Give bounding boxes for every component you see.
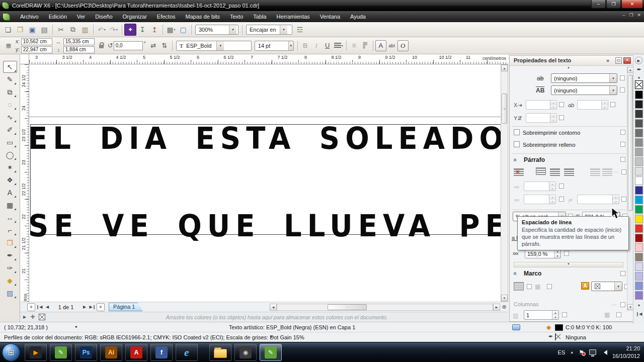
fill-bucket-icon[interactable]: ◆ xyxy=(546,324,551,331)
new-document-button[interactable]: ❏ xyxy=(2,24,14,36)
taskbar-illustrator[interactable]: Ai xyxy=(100,344,122,361)
bulleted-list-button[interactable]: ≣ xyxy=(349,40,360,51)
paste-button[interactable]: ▥ xyxy=(79,24,91,36)
color-swatch[interactable] xyxy=(635,205,643,214)
object-height-input[interactable]: 1,884 cm xyxy=(63,46,95,53)
language-indicator[interactable]: ES xyxy=(558,349,566,355)
pin-icon[interactable]: ✚ xyxy=(30,314,35,320)
mirror-horizontal-button[interactable]: ⇄ xyxy=(148,40,159,51)
basic-shapes-tool[interactable]: ❖ xyxy=(3,174,17,186)
vertical-scrollbar[interactable]: ▲ ≡ ▼ xyxy=(501,64,508,302)
taskbar-coreldraw[interactable]: ✎ xyxy=(50,344,72,361)
doc-close-button[interactable]: ✕ xyxy=(637,13,641,18)
color-swatch[interactable] xyxy=(635,100,643,109)
ellipse-tool[interactable]: ◯ xyxy=(3,149,17,161)
undo-button[interactable]: ↶▾ xyxy=(96,24,108,36)
chevron-down-icon[interactable]: ▼ xyxy=(229,25,236,34)
strikethrough-dropdown[interactable]: (ninguno) ▼ xyxy=(551,73,617,83)
menu-archivo[interactable]: Archivo xyxy=(15,12,44,21)
next-page-button[interactable]: ▶ xyxy=(80,303,89,311)
drop-cap-button[interactable]: ▛ xyxy=(360,40,371,51)
collapse-frame-icon[interactable]: « xyxy=(512,272,519,276)
volume-icon[interactable] xyxy=(601,350,607,355)
menu-diseño[interactable]: Diseño xyxy=(90,12,117,21)
corel-logo-icon[interactable] xyxy=(3,13,10,21)
char-angle-checkbox[interactable] xyxy=(610,102,615,107)
connector-tool[interactable]: ⌐ xyxy=(3,224,17,236)
taskbar-acrobat[interactable]: A xyxy=(125,344,147,361)
char-y-shift-spinner[interactable]: ▲▼ xyxy=(526,113,557,123)
copy-button[interactable]: ⧉ xyxy=(67,24,79,36)
interactive-fill-tool[interactable]: ▨ xyxy=(3,287,17,299)
menu-mapas-de-bits[interactable]: Mapas de bits xyxy=(181,12,225,21)
color-swatch[interactable] xyxy=(635,291,643,300)
chevron-down-icon[interactable]: ▼ xyxy=(288,41,293,50)
section-expand-button[interactable]: ▼ xyxy=(514,262,623,267)
print-document-button[interactable]: ▤ xyxy=(38,24,50,36)
justify-force-button[interactable] xyxy=(602,168,612,176)
snap-options-button[interactable]: ☲ xyxy=(294,24,306,36)
frame-color-dropdown[interactable]: ▼ xyxy=(591,282,622,291)
frame-section-checkbox[interactable] xyxy=(620,271,625,276)
first-page-button[interactable]: ❙◀ xyxy=(35,303,43,311)
mirror-vertical-button[interactable]: ⇅ xyxy=(159,40,170,51)
overprint-fill-checkbox[interactable] xyxy=(514,141,520,147)
fill-tool[interactable]: ◆ xyxy=(3,275,17,287)
columns-equal-checkbox[interactable] xyxy=(616,312,621,317)
palette-scroll-up-icon[interactable]: ▲ xyxy=(635,75,643,79)
color-swatch[interactable] xyxy=(635,272,643,281)
font-size-dropdown[interactable]: 14 pt ▼ xyxy=(255,41,294,51)
menu-edición[interactable]: Edición xyxy=(44,12,72,21)
object-y-input[interactable]: 22,947 cm xyxy=(21,46,52,53)
indent-right-checkbox[interactable] xyxy=(621,197,626,202)
word-spacing-checkbox[interactable] xyxy=(564,251,569,256)
redo-button[interactable]: ↷▾ xyxy=(108,24,120,36)
zoom-level-dropdown[interactable]: 300%▼ xyxy=(195,25,238,35)
docker-more-icon[interactable]: » xyxy=(606,57,609,63)
display-monitor-icon[interactable] xyxy=(512,324,520,330)
color-swatch[interactable] xyxy=(635,119,643,128)
color-eyedropper-tool[interactable]: ✒ xyxy=(3,249,17,261)
taskbar-internet-explorer[interactable]: e xyxy=(176,344,198,361)
char-x-shift-checkbox[interactable] xyxy=(559,102,564,107)
color-swatch[interactable] xyxy=(635,253,643,261)
italic-button[interactable]: I xyxy=(311,40,322,51)
docker-scroll-up-icon[interactable]: ▲ xyxy=(510,66,627,71)
freehand-tool[interactable]: ∿ xyxy=(3,111,17,123)
alignment-more-icon[interactable]: … xyxy=(613,167,619,173)
profiles-expand-icon[interactable]: ▸ xyxy=(271,334,273,339)
rotation-input[interactable]: 0,0 xyxy=(114,41,143,50)
menu-tabla[interactable]: Tabla xyxy=(248,12,271,21)
scroll-down-icon[interactable]: ▼ xyxy=(501,295,508,301)
drawing-canvas[interactable]: EL DIA ESTA SOLEADO SE VE QUE LLUEVA PE xyxy=(29,64,501,302)
docker-scrollbar-thumb[interactable] xyxy=(628,75,633,211)
vertical-scroll-thumb[interactable]: ≡ xyxy=(502,94,507,124)
menu-ver[interactable]: Ver xyxy=(72,12,91,21)
align-right-button[interactable] xyxy=(564,168,574,176)
horizontal-scroll-thumb[interactable]: ⋯ xyxy=(328,304,367,310)
minimize-button[interactable]: – xyxy=(591,0,606,9)
docker-scrollbar[interactable]: ▲ ▼ xyxy=(627,67,633,311)
menu-ventana[interactable]: Ventana xyxy=(315,12,345,21)
indent-first-spinner[interactable]: ▲▼ xyxy=(524,182,556,191)
overprint-outline-checkbox[interactable] xyxy=(514,129,520,135)
color-swatch[interactable] xyxy=(635,282,643,290)
columns-more-icon[interactable]: … xyxy=(611,300,617,306)
alignment-checkbox[interactable] xyxy=(621,169,626,174)
add-page-button[interactable]: + xyxy=(27,303,35,311)
taskbar-media-player[interactable]: ▶ xyxy=(25,344,47,361)
overprint-fill-local-checkbox[interactable] xyxy=(620,142,625,147)
polygon-tool[interactable]: ✶ xyxy=(3,161,17,173)
blend-tool[interactable]: ❐ xyxy=(3,237,17,249)
taskbar-photoshop[interactable]: Ps xyxy=(75,344,97,361)
search-content-button[interactable]: ✦ xyxy=(124,24,136,36)
docker-close-button[interactable]: ✕ xyxy=(623,57,631,64)
taskbar-coreldraw-active[interactable]: ✎ xyxy=(260,344,282,361)
indent-left-spinner[interactable]: ▲▼ xyxy=(524,195,556,204)
start-button[interactable]: ⊞ xyxy=(2,343,20,361)
menu-herramientas[interactable]: Herramientas xyxy=(272,12,315,21)
menu-ayuda[interactable]: Ayuda xyxy=(345,12,371,21)
pick-tool[interactable]: ↖ xyxy=(3,61,17,73)
palette-scroll-down-icon[interactable]: ▼ xyxy=(635,304,643,307)
object-position-grid-icon[interactable]: ▦ xyxy=(3,40,14,51)
